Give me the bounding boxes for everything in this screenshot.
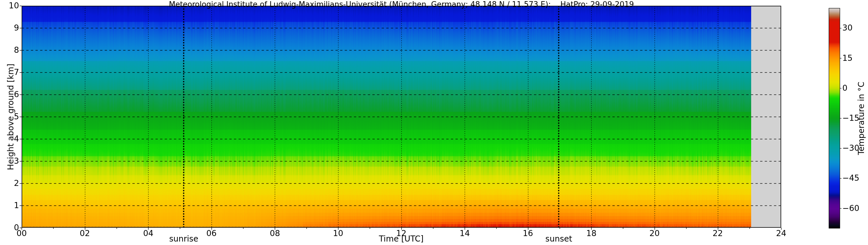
x-tick-label: 14 (453, 229, 476, 238)
colorbar-tick-label: −60 (842, 204, 867, 213)
y-tick-label: 4 (0, 134, 19, 144)
colorbar-tick-label: 30 (842, 23, 867, 33)
temperature-heatmap-canvas (0, 0, 868, 245)
x-tick-label: 24 (770, 229, 793, 238)
sunrise-annotation: sunrise (161, 234, 207, 244)
colorbar-tick-label: 15 (842, 54, 867, 63)
y-tick-label: 5 (0, 112, 19, 121)
x-tick-label: 22 (706, 229, 729, 238)
y-tick-label: 9 (0, 23, 19, 33)
sunset-annotation: sunset (536, 234, 582, 244)
x-tick-label: 00 (10, 229, 33, 238)
colorbar-label: Temperature in °C (857, 75, 866, 162)
chart-title: Meteorological Institute of Ludwig-Maxim… (22, 0, 781, 9)
y-tick-label: 1 (0, 201, 19, 210)
y-tick-label: 10 (0, 1, 19, 10)
x-tick-label: 04 (137, 229, 160, 238)
y-tick-label: 6 (0, 90, 19, 99)
y-tick-label: 8 (0, 45, 19, 55)
y-tick-label: 7 (0, 68, 19, 77)
x-tick-label: 10 (327, 229, 350, 238)
x-tick-label: 18 (580, 229, 603, 238)
colorbar-tick-label: −45 (842, 174, 867, 183)
y-tick-label: 3 (0, 156, 19, 166)
x-tick-label: 20 (643, 229, 666, 238)
figure: Meteorological Institute of Ludwig-Maxim… (0, 0, 868, 245)
y-tick-label: 2 (0, 179, 19, 188)
x-axis-label: Time [UTC] (365, 234, 437, 244)
x-tick-label: 02 (73, 229, 96, 238)
x-tick-label: 08 (264, 229, 286, 238)
